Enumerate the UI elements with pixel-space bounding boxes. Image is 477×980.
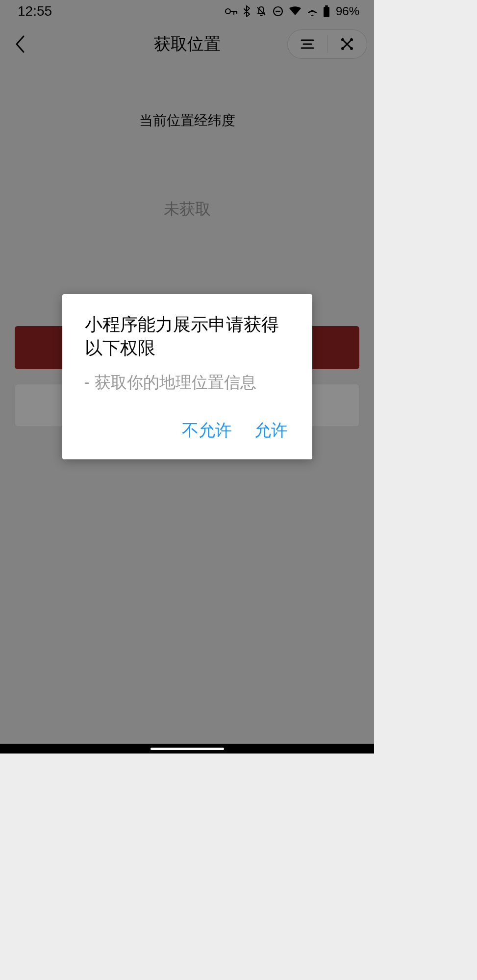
dialog-title: 小程序能力展示申请获得以下权限 [85, 313, 290, 360]
dialog-actions: 不允许 允许 [85, 415, 290, 446]
dialog-message: - 获取你的地理位置信息 [85, 371, 290, 394]
home-indicator[interactable] [151, 748, 224, 750]
allow-button[interactable]: 允许 [252, 415, 290, 446]
system-nav-bar [0, 744, 374, 754]
modal-overlay[interactable]: 小程序能力展示申请获得以下权限 - 获取你的地理位置信息 不允许 允许 [0, 0, 374, 754]
deny-button[interactable]: 不允许 [180, 415, 234, 446]
permission-dialog: 小程序能力展示申请获得以下权限 - 获取你的地理位置信息 不允许 允许 [62, 294, 312, 459]
